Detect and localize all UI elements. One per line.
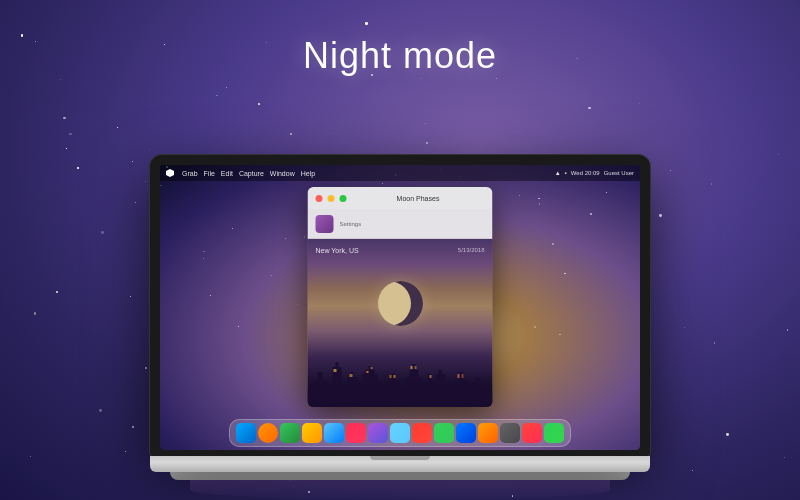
macbook-reflection <box>190 480 610 500</box>
svg-rect-5 <box>411 366 413 369</box>
dock-icon-finder[interactable] <box>236 423 256 443</box>
dock-icon-safari[interactable] <box>258 423 278 443</box>
window-toolbar: Settings <box>308 209 493 239</box>
macbook-screen-bezel: Grab File Edit Capture Window Help ▲ ▪ W… <box>150 155 650 456</box>
dock-icon-mail[interactable] <box>324 423 344 443</box>
window-maximize-button[interactable] <box>340 195 347 202</box>
macbook-screen: Grab File Edit Capture Window Help ▲ ▪ W… <box>160 165 640 450</box>
dock <box>229 419 571 447</box>
menu-app-name[interactable]: Grab <box>182 170 198 177</box>
menu-help[interactable]: Help <box>301 170 315 177</box>
location-display: New York, US <box>316 247 359 254</box>
window-content: New York, US 5/13/2018 <box>308 239 493 407</box>
dock-icon-podcasts[interactable] <box>478 423 498 443</box>
svg-rect-3 <box>367 371 369 373</box>
dock-icon-facetime[interactable] <box>412 423 432 443</box>
app-window-moon-phases: Moon Phases Settings New York, US 5/13/2… <box>308 187 493 407</box>
dock-icon-notes[interactable] <box>302 423 322 443</box>
page-title: Night mode <box>0 35 800 77</box>
svg-rect-6 <box>415 366 417 369</box>
window-minimize-button[interactable] <box>328 195 335 202</box>
menu-capture[interactable]: Capture <box>239 170 264 177</box>
svg-rect-4 <box>371 367 373 369</box>
menu-bar-right: ▲ ▪ Wed 20:09 Guest User <box>555 170 634 176</box>
app-icon <box>316 215 334 233</box>
apple-logo-icon <box>166 169 174 177</box>
dock-icon-reminders[interactable] <box>434 423 454 443</box>
dock-icon-photos[interactable] <box>368 423 388 443</box>
wifi-icon: ▲ <box>555 170 561 176</box>
window-close-button[interactable] <box>316 195 323 202</box>
macbook-base <box>150 456 650 472</box>
menu-bar-left: Grab File Edit Capture Window Help <box>166 169 315 177</box>
svg-rect-9 <box>430 375 432 378</box>
desktop-background: Grab File Edit Capture Window Help ▲ ▪ W… <box>160 165 640 450</box>
window-title: Moon Phases <box>352 195 485 202</box>
dock-icon-messages[interactable] <box>280 423 300 443</box>
svg-rect-10 <box>458 374 460 378</box>
menu-edit[interactable]: Edit <box>221 170 233 177</box>
svg-rect-7 <box>390 375 392 378</box>
moon-graphic <box>378 281 423 326</box>
dock-icon-music[interactable] <box>346 423 366 443</box>
city-silhouette <box>308 352 493 407</box>
toolbar-label: Settings <box>340 221 362 227</box>
menu-window[interactable]: Window <box>270 170 295 177</box>
svg-rect-2 <box>350 374 353 377</box>
menu-file[interactable]: File <box>204 170 215 177</box>
user-menu[interactable]: Guest User <box>604 170 634 176</box>
dock-icon-maps[interactable] <box>390 423 410 443</box>
time-display: Wed 20:09 <box>571 170 600 176</box>
macbook-hinge <box>370 456 430 460</box>
dock-icon-calendar[interactable] <box>456 423 476 443</box>
dock-icon-launchpad[interactable] <box>544 423 564 443</box>
menu-bar: Grab File Edit Capture Window Help ▲ ▪ W… <box>160 165 640 181</box>
svg-rect-11 <box>462 374 464 378</box>
dock-icon-app-store[interactable] <box>522 423 542 443</box>
macbook-bottom <box>170 472 630 480</box>
svg-rect-1 <box>334 369 337 372</box>
macbook: Grab File Edit Capture Window Help ▲ ▪ W… <box>150 155 650 500</box>
window-titlebar: Moon Phases <box>308 187 493 209</box>
battery-icon: ▪ <box>565 170 567 176</box>
svg-marker-0 <box>308 362 493 407</box>
date-display: 5/13/2018 <box>458 247 485 253</box>
dock-icon-system-preferences[interactable] <box>500 423 520 443</box>
svg-rect-8 <box>394 375 396 378</box>
